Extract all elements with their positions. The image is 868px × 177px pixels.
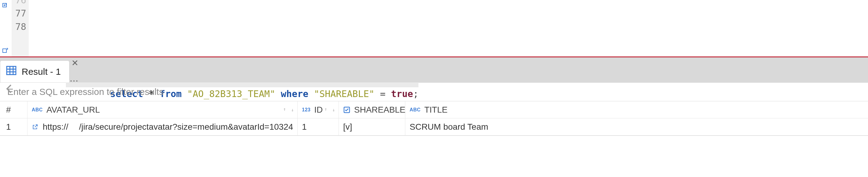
grid-data-row[interactable]: 1 https:// /jira/secure/projectavatar?si…	[0, 118, 868, 136]
rownum-value: 1	[6, 122, 11, 132]
line-number-gutter: 76 77 78	[11, 0, 29, 56]
sort-icon[interactable]	[391, 107, 402, 113]
col-header-avatar-url[interactable]: ABC AVATAR_URL	[27, 101, 298, 118]
col-header-rownum[interactable]: #	[0, 101, 27, 118]
avatar-url-suffix: /jira/secure/projectavatar?size=medium&a…	[79, 122, 293, 132]
col-header-label: ID	[314, 105, 323, 115]
collapse-chevron-icon[interactable]	[4, 83, 15, 97]
grid-header-row: # ABC AVATAR_URL 123 ID	[0, 101, 868, 118]
type-badge-abc: ABC	[410, 107, 421, 113]
col-header-label: TITLE	[424, 105, 447, 115]
type-badge-abc: ABC	[32, 107, 43, 113]
col-header-id[interactable]: 123 ID	[298, 101, 339, 118]
svg-rect-0	[7, 66, 16, 75]
title-value: SCRUM board Team	[410, 122, 488, 132]
line-number: 78	[11, 20, 26, 34]
sort-icon[interactable]	[283, 107, 294, 113]
gutter-icon-export[interactable]	[1, 47, 9, 55]
cell-avatar-url[interactable]: https:// /jira/secure/projectavatar?size…	[27, 118, 298, 135]
cell-title[interactable]: SCRUM board Team	[405, 118, 868, 135]
avatar-url-prefix: https://	[43, 122, 68, 132]
checkbox-type-icon	[343, 106, 350, 114]
col-header-title[interactable]: ABC TITLE	[405, 101, 868, 118]
col-header-shareable[interactable]: SHAREABLE	[339, 101, 405, 118]
code-area[interactable]: select * from "AO_82B313_TEAM" where "SH…	[29, 0, 868, 56]
tab-result-1[interactable]: Result - 1 ✕ …	[0, 60, 69, 82]
col-header-rownum-label: #	[6, 105, 11, 115]
cell-rownum: 1	[0, 118, 27, 135]
grid-icon	[6, 65, 17, 78]
external-link-icon	[32, 124, 38, 130]
sql-editor-region: 76 77 78 select * from "AO_82B313_TEAM" …	[0, 0, 868, 56]
filter-input[interactable]	[0, 86, 868, 97]
result-grid: # ABC AVATAR_URL 123 ID	[0, 101, 868, 136]
tab-close-button[interactable]: ✕	[71, 59, 79, 67]
gutter-icon-import[interactable]	[1, 2, 9, 10]
shareable-value: [v]	[343, 122, 352, 132]
line-number: 76	[11, 0, 26, 2]
tab-label: Result - 1	[22, 66, 61, 77]
line-number: 77	[11, 7, 26, 20]
id-value: 1	[302, 122, 307, 132]
col-header-label: AVATAR_URL	[46, 105, 100, 115]
cell-id[interactable]: 1	[298, 118, 339, 135]
tab-more-button[interactable]: …	[69, 73, 79, 84]
result-tab-bar: Result - 1 ✕ …	[0, 56, 868, 82]
sort-icon[interactable]	[324, 107, 336, 113]
type-badge-123: 123	[302, 107, 310, 113]
cell-shareable[interactable]: [v]	[339, 118, 405, 135]
editor-action-gutter	[0, 0, 11, 56]
